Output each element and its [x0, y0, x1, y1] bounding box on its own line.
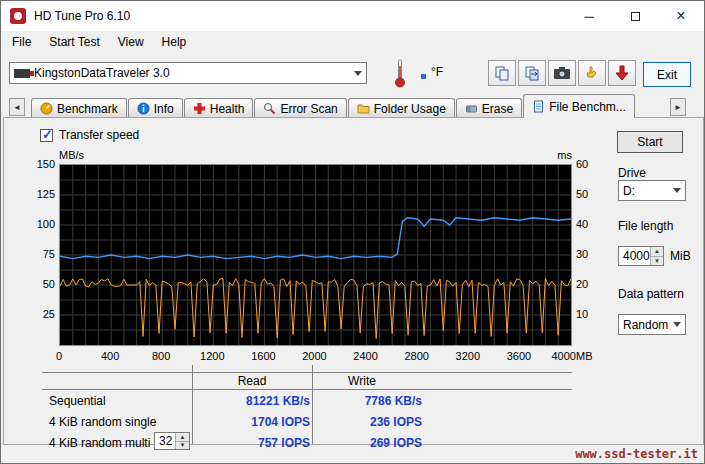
menu-view[interactable]: View	[109, 33, 153, 51]
update-download-button[interactable]	[608, 60, 636, 86]
x-tick-label: 2400	[346, 350, 386, 362]
drive-select[interactable]: D:	[618, 180, 686, 201]
temperature-unit: °F	[431, 65, 443, 79]
file-length-label: File length	[618, 219, 673, 233]
random-single-read-value: 1704 IOPS	[192, 415, 310, 429]
spin-up-button[interactable]: ▲	[176, 433, 189, 441]
checkbox-box[interactable]: ✓	[40, 129, 53, 142]
magnifier-icon	[263, 102, 276, 115]
y-axis-right-unit: ms	[544, 149, 572, 161]
hand-icon	[584, 65, 600, 81]
table-rule-top	[42, 372, 572, 373]
benchmark-gauge-icon	[40, 102, 53, 115]
file-length-spinner[interactable]: 4000 ▲ ▼	[618, 246, 664, 266]
red-down-arrow-icon	[615, 65, 629, 81]
y-left-tick-label: 150	[24, 158, 55, 170]
copy-text-button[interactable]	[488, 60, 516, 86]
queue-depth-spinner[interactable]: 32 ▲ ▼	[154, 432, 190, 450]
y-right-tick-label: 50	[576, 188, 588, 200]
screenshot-button[interactable]	[548, 60, 576, 86]
status-watermark: www.ssd-tester.it	[575, 447, 698, 461]
y-left-tick-label: 25	[24, 308, 55, 320]
transfer-speed-checkbox[interactable]: ✓ Transfer speed	[40, 128, 139, 142]
y-left-tick-label: 50	[24, 278, 55, 290]
y-left-tick-label: 125	[24, 188, 55, 200]
thermometer-icon	[394, 58, 406, 88]
x-tick-label: 4000MB	[546, 350, 598, 362]
row-label-random-single: 4 KiB random single	[49, 415, 156, 429]
y-right-tick-label: 30	[576, 248, 588, 260]
close-button[interactable]: ×	[658, 1, 704, 31]
tab-erase[interactable]: Erase	[456, 98, 522, 118]
x-tick-label: 1600	[243, 350, 283, 362]
titlebar: HD Tune Pro 6.10 ─ ×	[1, 1, 704, 31]
y-left-tick-label: 75	[24, 248, 55, 260]
file-length-value[interactable]: 4000	[619, 247, 650, 265]
tab-file-benchmark[interactable]: File Benchm...	[523, 94, 635, 118]
sequential-read-value: 81221 KB/s	[192, 394, 310, 408]
column-header-write: Write	[307, 374, 417, 388]
row-label-random-multi: 4 KiB random multi	[49, 436, 150, 450]
menu-help[interactable]: Help	[153, 33, 196, 51]
copy-icon	[494, 65, 510, 81]
close-icon: ×	[676, 8, 685, 24]
minimize-button[interactable]: ─	[566, 1, 612, 31]
tab-label: File Benchm...	[549, 100, 626, 114]
queue-depth-value[interactable]: 32	[155, 433, 175, 449]
tab-label: Error Scan	[280, 102, 337, 116]
app-icon	[10, 8, 26, 24]
chevron-down-icon[interactable]	[669, 181, 685, 200]
tab-label: Benchmark	[57, 102, 118, 116]
column-header-read: Read	[192, 374, 312, 388]
folder-icon	[357, 102, 370, 115]
menu-file[interactable]: File	[3, 33, 40, 51]
chevron-down-icon[interactable]	[669, 315, 685, 334]
tab-info[interactable]: Info	[128, 98, 183, 118]
tab-benchmark[interactable]: Benchmark	[31, 98, 127, 118]
tab-folder-usage[interactable]: Folder Usage	[348, 98, 455, 118]
maximize-button[interactable]	[612, 1, 658, 31]
window-title: HD Tune Pro 6.10	[34, 9, 130, 23]
data-pattern-label: Data pattern	[618, 287, 684, 301]
chevron-down-icon[interactable]	[350, 63, 366, 83]
menubar: File Start Test View Help	[1, 31, 704, 52]
copy-image-button[interactable]	[518, 60, 546, 86]
y-right-tick-label: 40	[576, 218, 588, 230]
exit-button[interactable]: Exit	[643, 62, 691, 87]
maximize-icon	[631, 12, 640, 21]
eraser-icon	[465, 102, 478, 115]
y-right-tick-label: 10	[576, 308, 588, 320]
file-benchmark-icon	[532, 100, 545, 113]
toolbar: KingstonDataTraveler 3.0 °F	[1, 52, 704, 94]
hd-tune-window: HD Tune Pro 6.10 ─ × File Start Test Vie…	[0, 0, 705, 464]
donate-button[interactable]	[578, 60, 606, 86]
spin-down-button[interactable]: ▼	[651, 256, 663, 266]
usb-drive-icon	[14, 69, 30, 78]
device-select[interactable]: KingstonDataTraveler 3.0	[9, 62, 367, 84]
x-tick-label: 3200	[448, 350, 488, 362]
tab-scroll-left-button[interactable]: ◄	[9, 98, 25, 116]
start-button[interactable]: Start	[617, 131, 683, 153]
data-pattern-select[interactable]: Random	[618, 314, 686, 335]
tab-scroll-right-button[interactable]: ►	[670, 98, 686, 116]
menu-start-test[interactable]: Start Test	[40, 33, 108, 51]
y-left-tick-label: 100	[24, 218, 55, 230]
random-multi-write-value: 269 IOPS	[312, 436, 422, 450]
start-button-label: Start	[637, 135, 662, 149]
spin-down-button[interactable]: ▼	[176, 441, 189, 450]
tab-health[interactable]: Health	[184, 98, 254, 118]
spin-up-button[interactable]: ▲	[651, 247, 663, 256]
y-axis-left-unit: MB/s	[59, 149, 84, 161]
file-length-unit: MiB	[670, 249, 691, 263]
tab-error-scan[interactable]: Error Scan	[254, 98, 346, 118]
tab-label: Erase	[482, 102, 513, 116]
x-tick-label: 400	[90, 350, 130, 362]
x-tick-label: 0	[39, 350, 79, 362]
exit-button-label: Exit	[657, 68, 677, 82]
transfer-speed-label: Transfer speed	[59, 128, 139, 142]
random-single-write-value: 236 IOPS	[312, 415, 422, 429]
info-icon	[137, 102, 150, 115]
temperature-marker-icon	[421, 74, 426, 79]
sequential-write-value: 7786 KB/s	[312, 394, 422, 408]
row-label-sequential: Sequential	[49, 394, 106, 408]
